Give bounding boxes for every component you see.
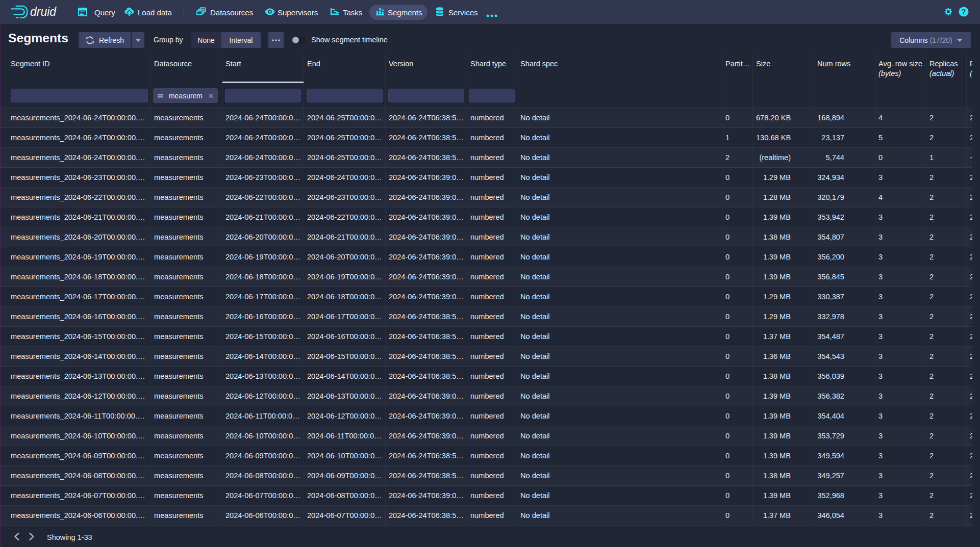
svg-text:?: ? [962, 8, 966, 16]
